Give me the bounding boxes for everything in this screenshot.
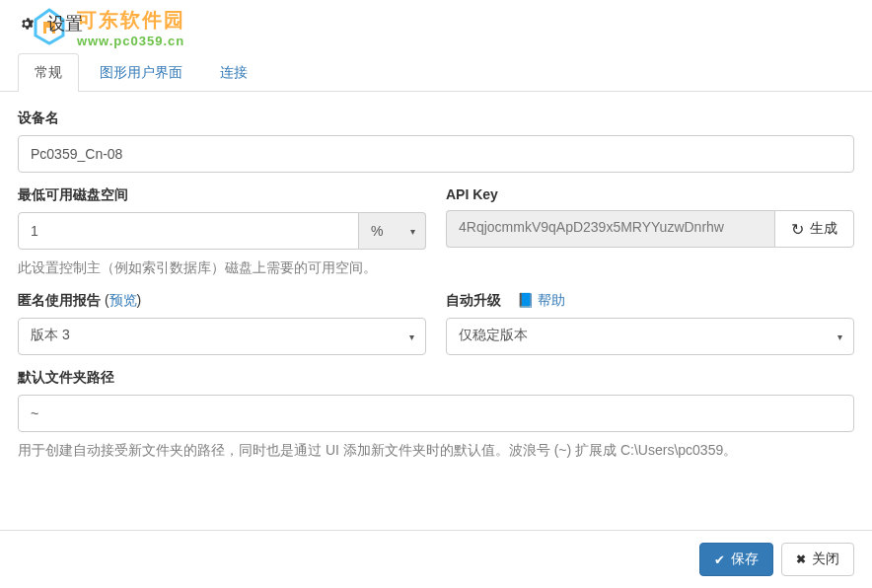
dialog-title: 设置 (47, 12, 83, 36)
tabs-bar: 常规 图形用户界面 连接 (0, 53, 872, 92)
api-key-label: API Key (446, 186, 854, 202)
tab-gui[interactable]: 图形用户界面 (83, 53, 199, 92)
anon-report-label: 匿名使用报告 (预览) (18, 292, 426, 310)
device-name-label: 设备名 (18, 110, 854, 127)
gear-icon (18, 15, 36, 33)
api-key-input: 4RqjocmmkV9qApD239x5MRYYuzwDnrhw (446, 210, 774, 248)
close-button[interactable]: ✖ 关闭 (781, 543, 854, 576)
disk-space-input[interactable] (18, 212, 359, 250)
disk-space-help: 此设置控制主（例如索引数据库）磁盘上需要的可用空间。 (18, 257, 426, 278)
dialog-header: 设置 (0, 0, 872, 51)
book-icon: 📘 (517, 292, 534, 308)
api-key-generate-button[interactable]: ↻ 生成 (774, 210, 854, 248)
auto-upgrade-select[interactable]: 仅稳定版本 (446, 318, 854, 355)
tab-connections[interactable]: 连接 (203, 53, 264, 92)
disk-space-unit-select[interactable]: % (359, 212, 426, 250)
save-button[interactable]: ✔ 保存 (699, 543, 773, 576)
disk-space-label: 最低可用磁盘空间 (18, 186, 426, 204)
dialog-footer: ✔ 保存 ✖ 关闭 (0, 530, 872, 588)
refresh-icon: ↻ (791, 220, 804, 239)
default-path-help: 用于创建自动接受新文件夹的路径，同时也是通过 UI 添加新文件夹时的默认值。波浪… (18, 440, 854, 461)
check-icon: ✔ (714, 552, 725, 567)
default-path-input[interactable] (18, 395, 854, 432)
anon-report-preview-link[interactable]: 预览 (109, 292, 137, 308)
auto-upgrade-help-link[interactable]: 📘帮助 (517, 292, 565, 308)
tab-content: 设备名 最低可用磁盘空间 % 此设置控制主（例如索引数据库）磁盘上需要的可用空间… (0, 92, 872, 492)
default-path-label: 默认文件夹路径 (18, 369, 854, 387)
anon-report-select[interactable]: 版本 3 (18, 318, 426, 355)
device-name-input[interactable] (18, 135, 854, 173)
auto-upgrade-label: 自动升级 📘帮助 (446, 292, 854, 310)
tab-general[interactable]: 常规 (18, 53, 79, 92)
close-icon: ✖ (796, 552, 806, 566)
